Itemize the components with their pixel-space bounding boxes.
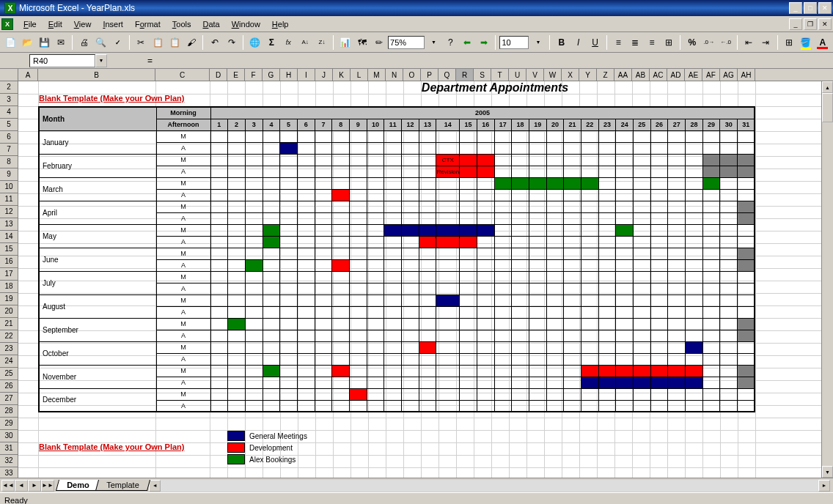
drawing-icon[interactable]: ✏ — [371, 34, 386, 51]
col-header-H[interactable]: H — [280, 69, 298, 81]
col-header-R[interactable]: R — [456, 69, 474, 81]
col-header-AB[interactable]: AB — [632, 69, 650, 81]
col-header-X[interactable]: X — [562, 69, 579, 81]
hyperlink-icon[interactable]: 🌐 — [247, 34, 263, 51]
autosum-icon[interactable]: Σ — [264, 34, 279, 51]
menu-insert[interactable]: Insert — [97, 18, 129, 30]
spell-check-icon[interactable]: ✓ — [110, 34, 125, 51]
col-header-AC[interactable]: AC — [650, 69, 667, 81]
col-header-Q[interactable]: Q — [438, 69, 456, 81]
row-header-7[interactable]: 7 — [0, 144, 18, 156]
col-header-AD[interactable]: AD — [667, 69, 685, 81]
print-icon[interactable]: 🖨 — [76, 34, 92, 51]
increase-decimal-icon[interactable]: .0→ — [701, 34, 716, 51]
row-header-33[interactable]: 33 — [0, 467, 18, 478]
function-icon[interactable]: fx — [281, 34, 296, 51]
percent-icon[interactable]: % — [684, 34, 700, 51]
row-header-28[interactable]: 28 — [0, 405, 18, 418]
close-button[interactable]: ✕ — [818, 2, 832, 14]
row-header-13[interactable]: 13 — [0, 218, 18, 231]
redo-icon[interactable]: ↷ — [224, 34, 239, 51]
doc-restore-button[interactable]: ❐ — [804, 18, 817, 30]
menu-format[interactable]: Format — [129, 18, 166, 30]
row-header-11[interactable]: 11 — [0, 193, 18, 206]
year-plan-table[interactable]: MonthMorning2005Afternoon123456789101112… — [38, 106, 755, 412]
format-painter-icon[interactable]: 🖌 — [184, 34, 199, 51]
zoom-dropdown-icon[interactable]: ▼ — [426, 34, 441, 51]
blank-template-link-2[interactable]: Blank Template (Make your Own Plan) — [39, 442, 184, 451]
scroll-up-icon[interactable]: ▲ — [822, 81, 833, 93]
sort-asc-icon[interactable]: A↓ — [298, 34, 313, 51]
tab-nav-next-icon[interactable]: ► — [28, 480, 41, 492]
underline-icon[interactable]: U — [587, 34, 603, 51]
row-header-23[interactable]: 23 — [0, 343, 18, 355]
menu-edit[interactable]: Edit — [43, 18, 68, 30]
col-header-P[interactable]: P — [421, 69, 438, 81]
row-header-20[interactable]: 20 — [0, 305, 18, 318]
row-header-18[interactable]: 18 — [0, 281, 18, 293]
row-header-27[interactable]: 27 — [0, 393, 18, 405]
font-color-icon[interactable]: A — [815, 34, 830, 51]
decrease-indent-icon[interactable]: ⇤ — [741, 34, 757, 51]
col-header-K[interactable]: K — [333, 69, 351, 81]
align-right-icon[interactable]: ≡ — [645, 34, 660, 51]
sheet-tab-template[interactable]: Template — [95, 480, 150, 491]
bold-icon[interactable]: B — [554, 34, 569, 51]
col-header-A[interactable]: A — [18, 69, 38, 81]
col-header-AF[interactable]: AF — [702, 69, 720, 81]
menu-view[interactable]: View — [68, 18, 98, 30]
cut-icon[interactable]: ✂ — [133, 34, 149, 51]
menu-tools[interactable]: Tools — [166, 18, 197, 30]
row-header-29[interactable]: 29 — [0, 418, 18, 430]
col-header-S[interactable]: S — [474, 69, 491, 81]
tab-nav-last-icon[interactable]: ►► — [41, 480, 54, 492]
sort-desc-icon[interactable]: Z↓ — [315, 34, 330, 51]
col-header-B[interactable]: B — [38, 69, 155, 81]
font-size-input[interactable] — [499, 36, 529, 49]
row-header-21[interactable]: 21 — [0, 318, 18, 330]
map-icon[interactable]: 🗺 — [354, 34, 370, 51]
col-header-E[interactable]: E — [227, 69, 245, 81]
select-all-corner[interactable] — [0, 69, 18, 81]
col-header-O[interactable]: O — [403, 69, 421, 81]
vertical-scrollbar[interactable]: ▲ ▼ — [821, 81, 833, 478]
maximize-button[interactable]: □ — [804, 2, 817, 14]
row-header-9[interactable]: 9 — [0, 168, 18, 181]
col-header-AH[interactable]: AH — [738, 69, 755, 81]
col-header-AA[interactable]: AA — [614, 69, 632, 81]
row-header-14[interactable]: 14 — [0, 231, 18, 243]
row-header-2[interactable]: 2 — [0, 81, 18, 94]
col-header-U[interactable]: U — [509, 69, 526, 81]
menu-data[interactable]: Data — [197, 18, 225, 30]
save-icon[interactable]: 💾 — [37, 34, 52, 51]
row-header-26[interactable]: 26 — [0, 380, 18, 393]
col-header-L[interactable]: L — [351, 69, 368, 81]
doc-close-button[interactable]: ✕ — [818, 18, 832, 30]
row-header-4[interactable]: 4 — [0, 106, 18, 119]
paste-icon[interactable]: 📋 — [167, 34, 183, 51]
new-icon[interactable]: 📄 — [3, 34, 18, 51]
row-header-17[interactable]: 17 — [0, 268, 18, 281]
fontsize-dropdown-icon[interactable]: ▼ — [530, 34, 546, 51]
row-header-19[interactable]: 19 — [0, 293, 18, 305]
col-header-Z[interactable]: Z — [597, 69, 614, 81]
row-header-30[interactable]: 30 — [0, 430, 18, 442]
col-header-I[interactable]: I — [298, 69, 315, 81]
row-header-15[interactable]: 15 — [0, 243, 18, 256]
doc-minimize-button[interactable]: _ — [789, 18, 802, 30]
scroll-left-icon[interactable]: ◄ — [149, 480, 161, 492]
italic-icon[interactable]: I — [570, 34, 586, 51]
open-icon[interactable]: 📂 — [20, 34, 35, 51]
row-header-8[interactable]: 8 — [0, 156, 18, 168]
col-header-J[interactable]: J — [315, 69, 333, 81]
forward-icon[interactable]: ➡ — [477, 34, 492, 51]
back-icon[interactable]: ⬅ — [460, 34, 475, 51]
undo-icon[interactable]: ↶ — [207, 34, 222, 51]
row-header-32[interactable]: 32 — [0, 455, 18, 467]
col-header-D[interactable]: D — [210, 69, 227, 81]
horizontal-scrollbar[interactable]: ◄ ► — [149, 480, 830, 492]
col-header-AE[interactable]: AE — [685, 69, 702, 81]
row-header-16[interactable]: 16 — [0, 256, 18, 268]
decrease-decimal-icon[interactable]: ←.0 — [718, 34, 733, 51]
mail-icon[interactable]: ✉ — [54, 34, 69, 51]
